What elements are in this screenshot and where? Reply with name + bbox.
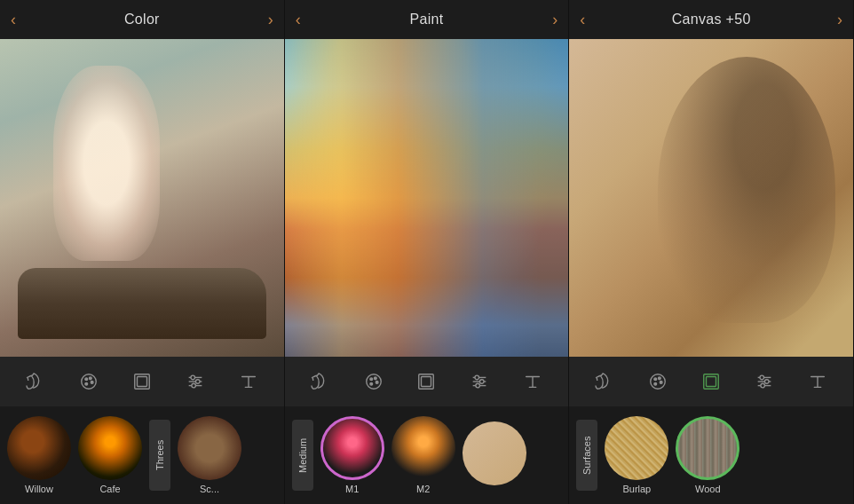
svg-point-4	[85, 382, 88, 385]
willow-thumb	[7, 416, 71, 480]
svg-point-10	[191, 375, 195, 380]
paint-panel: ‹ Paint › Medium M1 M2	[285, 0, 570, 504]
svg-point-25	[476, 383, 480, 388]
filter-tan[interactable]	[463, 421, 526, 489]
svg-point-37	[765, 380, 770, 384]
svg-rect-19	[422, 377, 431, 387]
paint-panel-title: Paint	[410, 12, 444, 28]
svg-point-0	[82, 374, 97, 390]
canvas-palette-tool[interactable]	[642, 366, 674, 398]
paint-panel-header: ‹ Paint ›	[285, 0, 569, 39]
canvas-text-tool[interactable]	[802, 366, 834, 398]
tan-thumb	[463, 421, 526, 485]
svg-point-24	[480, 380, 485, 384]
surfaces-label[interactable]: Surfaces	[576, 420, 597, 491]
canvas-brush-tool[interactable]	[589, 366, 621, 398]
cafe-thumb	[78, 416, 142, 480]
wood-label: Wood	[695, 484, 721, 494]
filter-m2[interactable]: M2	[391, 416, 455, 494]
paint-image	[285, 39, 569, 357]
canvas-nav-left[interactable]: ‹	[569, 4, 596, 36]
svg-point-11	[195, 380, 200, 384]
svg-point-17	[369, 382, 372, 385]
sc-thumb	[178, 416, 241, 480]
color-text-tool[interactable]	[233, 366, 265, 398]
medium-label[interactable]: Medium	[292, 420, 313, 491]
svg-point-28	[659, 377, 661, 380]
color-toolbar	[0, 357, 284, 406]
paint-text-tool[interactable]	[517, 366, 549, 398]
color-frame-tool[interactable]	[126, 366, 158, 398]
cafe-label: Cafe	[99, 484, 120, 494]
svg-point-2	[89, 377, 91, 380]
color-panel-header: ‹ Color ›	[0, 0, 284, 39]
canvas-panel: ‹ Canvas +50 › Surfaces Burlap Wood	[569, 0, 854, 504]
color-sliders-tool[interactable]	[179, 366, 211, 398]
svg-rect-6	[137, 377, 146, 387]
color-panel: ‹ Color › Willow Cafe Threes	[0, 0, 285, 504]
color-bottom-strip: Willow Cafe Threes Sc...	[0, 406, 284, 504]
svg-point-14	[369, 378, 372, 381]
color-panel-title: Color	[124, 12, 160, 28]
canvas-frame-tool[interactable]	[695, 366, 727, 398]
filter-cafe[interactable]: Cafe	[78, 416, 142, 494]
svg-point-16	[376, 382, 378, 384]
filter-m1[interactable]: M1	[320, 416, 384, 494]
paint-bottom-strip: Medium M1 M2	[285, 406, 569, 504]
svg-point-23	[475, 375, 479, 380]
burlap-label: Burlap	[622, 484, 651, 494]
svg-rect-32	[707, 377, 716, 387]
color-image	[0, 39, 284, 357]
color-palette-tool[interactable]	[73, 366, 105, 398]
svg-point-13	[366, 374, 381, 390]
svg-point-15	[374, 377, 376, 380]
canvas-panel-header: ‹ Canvas +50 ›	[569, 0, 853, 39]
filter-burlap[interactable]: Burlap	[605, 416, 668, 494]
canvas-bottom-strip: Surfaces Burlap Wood	[569, 406, 853, 504]
filter-wood[interactable]: Wood	[676, 416, 739, 494]
canvas-image	[569, 39, 853, 357]
paint-palette-tool[interactable]	[358, 366, 390, 398]
m2-label: M2	[416, 484, 430, 494]
canvas-toolbar	[569, 357, 853, 406]
svg-point-29	[660, 382, 663, 384]
m1-thumb	[320, 416, 384, 480]
svg-point-26	[651, 374, 666, 390]
svg-point-38	[761, 383, 765, 388]
svg-point-30	[654, 382, 657, 385]
svg-point-1	[85, 378, 88, 381]
burlap-thumb	[605, 416, 668, 480]
willow-label: Willow	[25, 484, 53, 494]
svg-point-27	[654, 378, 657, 381]
canvas-panel-title: Canvas +50	[672, 12, 751, 28]
threes-label[interactable]: Threes	[149, 420, 170, 491]
canvas-sliders-tool[interactable]	[748, 366, 780, 398]
svg-point-12	[192, 383, 196, 388]
svg-point-36	[760, 375, 764, 380]
m1-label: M1	[345, 484, 359, 494]
paint-nav-left[interactable]: ‹	[285, 4, 312, 36]
paint-nav-right[interactable]: ›	[542, 4, 568, 36]
m2-thumb	[391, 416, 455, 480]
wood-thumb	[676, 416, 739, 480]
color-nav-left[interactable]: ‹	[0, 4, 27, 36]
paint-toolbar	[285, 357, 569, 406]
paint-sliders-tool[interactable]	[463, 366, 495, 398]
paint-brush-tool[interactable]	[304, 366, 336, 398]
canvas-nav-right[interactable]: ›	[826, 4, 853, 36]
filter-sc[interactable]: Sc...	[178, 416, 241, 494]
svg-point-3	[91, 382, 93, 384]
color-brush-tool[interactable]	[20, 366, 51, 398]
paint-frame-tool[interactable]	[410, 366, 442, 398]
color-nav-right[interactable]: ›	[257, 4, 284, 36]
sc-label: Sc...	[200, 484, 219, 494]
filter-willow[interactable]: Willow	[7, 416, 71, 494]
